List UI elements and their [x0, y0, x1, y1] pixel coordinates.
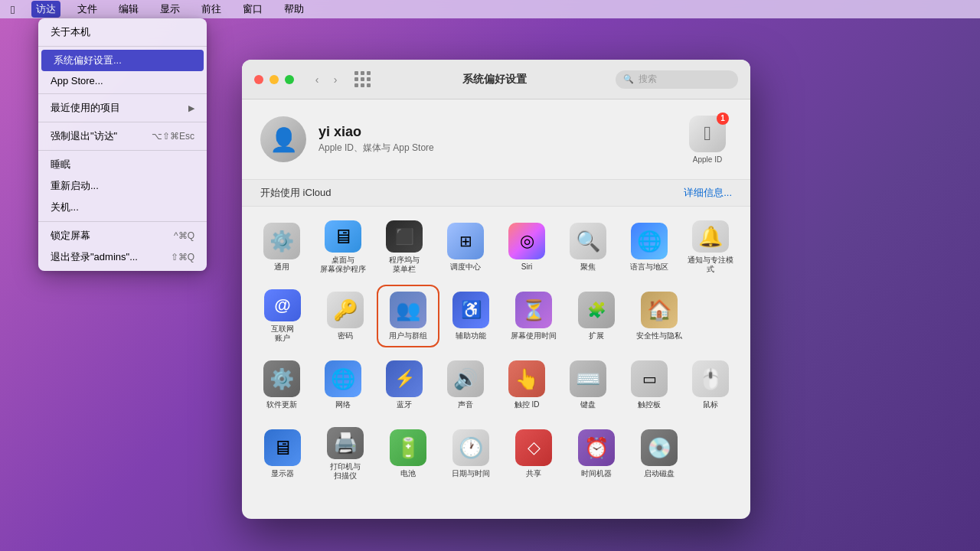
traffic-lights	[254, 75, 294, 84]
pref-icon-softwareupdate[interactable]: ⚙️ 软件更新	[251, 354, 312, 416]
back-button[interactable]: ‹	[309, 72, 325, 87]
menu-divider-4	[38, 150, 207, 151]
pref-icon-desktop[interactable]: 🖥 桌面与屏幕保护程序	[312, 216, 374, 279]
screentime-label: 屏幕使用时间	[511, 331, 557, 341]
pref-icon-battery[interactable]: 🔋 电池	[377, 422, 439, 485]
user-section: 👤 yi xiao Apple ID、媒体与 App Store  1 App…	[242, 99, 750, 179]
menubar-item-window[interactable]: 窗口	[238, 1, 267, 18]
badge-count: 1	[717, 112, 729, 125]
spotlight-icon: 🔍	[570, 223, 606, 259]
internet-icon: @	[264, 289, 301, 321]
pref-icon-mission[interactable]: ⊞ 调度中心	[435, 216, 496, 279]
pref-icon-screentime[interactable]: ⏳ 屏幕使用时间	[502, 285, 565, 347]
pref-icon-extension[interactable]: 🧩 扩展	[565, 285, 628, 347]
avatar[interactable]: 👤	[260, 116, 306, 162]
pref-icon-printer[interactable]: 🖨️ 打印机与扫描仪	[314, 422, 377, 485]
search-bar[interactable]: 🔍 搜索	[616, 70, 738, 89]
icloud-details-link[interactable]: 详细信息...	[684, 186, 732, 200]
printer-icon: 🖨️	[327, 427, 364, 459]
display-icon: 🖥	[264, 429, 301, 466]
startup-icon: 💿	[641, 429, 678, 466]
sound-icon: 🔊	[447, 360, 484, 397]
bluetooth-icon: ⚡	[386, 360, 423, 397]
menu-item-restart[interactable]: 重新启动...	[38, 175, 207, 197]
date-label: 日期与时间	[452, 469, 490, 478]
menu-item-sleep[interactable]: 睡眠	[38, 154, 207, 175]
icons-row-4: 🖥 显示器 🖨️ 打印机与扫描仪 🔋 电池 🕐 日期与时间 ◇ 共享 ⏰ 时	[251, 422, 741, 485]
menu-item-about[interactable]: 关于本机	[38, 21, 207, 43]
icons-row-3: ⚙️ 软件更新 🌐 网络 ⚡ 蓝牙 🔊 声音 👆 触控 ID ⌨️ 键盘	[251, 354, 741, 416]
forward-button[interactable]: ›	[328, 72, 343, 87]
trackpad-label: 触控板	[638, 400, 661, 409]
icloud-text: 开始使用 iCloud	[260, 186, 331, 200]
nav-arrows: ‹ ›	[309, 72, 343, 87]
menu-item-recent[interactable]: 最近使用的项目 ▶	[38, 97, 207, 119]
pref-icon-internet[interactable]: @ 互联网账户	[251, 285, 314, 347]
timemachine-icon: ⏰	[578, 429, 615, 466]
general-icon: ⚙️	[263, 223, 300, 259]
notif-label: 通知与专注模式	[684, 256, 737, 274]
accessibility-icon: ♿	[452, 292, 489, 328]
pref-icon-network[interactable]: 🌐 网络	[312, 354, 374, 416]
pref-icon-accessibility[interactable]: ♿ 辅助功能	[439, 285, 502, 347]
battery-icon: 🔋	[390, 429, 426, 466]
apple-id-label: Apple ID	[693, 155, 722, 164]
users-icon: 👥	[390, 292, 426, 328]
pref-icon-trackpad[interactable]: ▭ 触控板	[619, 354, 680, 416]
pref-icon-language[interactable]: 🌐 语言与地区	[619, 216, 680, 279]
pref-icon-users[interactable]: 👥 用户与群组	[377, 285, 439, 347]
menu-item-sysprefs[interactable]: 系统偏好设置...	[41, 50, 204, 71]
system-preferences-window: ‹ › 系统偏好设置 🔍 搜索 👤 yi xiao Apple ID、媒体与 A…	[242, 60, 750, 519]
icons-grid: ⚙️ 通用 🖥 桌面与屏幕保护程序 ⬛ 程序坞与菜单栏 ⊞ 调度中心 ◎ Sir…	[242, 207, 750, 513]
menu-item-lock[interactable]: 锁定屏幕 ^⌘Q	[38, 225, 207, 246]
menu-item-logout[interactable]: 退出登录"admins"... ⇧⌘Q	[38, 246, 207, 268]
window-title: 系统偏好设置	[383, 73, 606, 86]
menubar-item-edit[interactable]: 编辑	[114, 1, 143, 18]
close-button[interactable]	[254, 75, 263, 84]
pref-icon-dock[interactable]: ⬛ 程序坞与菜单栏	[374, 216, 435, 279]
pref-icon-date[interactable]: 🕐 日期与时间	[439, 422, 502, 485]
minimize-button[interactable]	[270, 75, 279, 84]
pref-icon-notif[interactable]: 🔔 通知与专注模式	[680, 216, 741, 279]
menubar-item-file[interactable]: 文件	[73, 1, 102, 18]
menubar-item-go[interactable]: 前往	[197, 1, 226, 18]
pref-icon-siri[interactable]: ◎ Siri	[496, 216, 557, 279]
printer-label: 打印机与扫描仪	[330, 462, 361, 481]
pref-icon-spotlight[interactable]: 🔍 聚焦	[557, 216, 619, 279]
pref-icon-timemachine[interactable]: ⏰ 时间机器	[565, 422, 628, 485]
menu-item-force-quit[interactable]: 强制退出"访达" ⌥⇧⌘Esc	[38, 126, 207, 147]
pref-icon-sound[interactable]: 🔊 声音	[435, 354, 496, 416]
menu-item-appstore[interactable]: App Store...	[38, 71, 207, 90]
general-label: 通用	[274, 262, 289, 272]
apple-menu[interactable]: 	[6, 2, 19, 18]
menu-item-shutdown[interactable]: 关机...	[38, 197, 207, 218]
pref-icon-password[interactable]: 🔑 密码	[314, 285, 377, 347]
network-icon: 🌐	[325, 360, 361, 397]
password-label: 密码	[338, 331, 353, 341]
menubar-item-help[interactable]: 帮助	[279, 1, 309, 18]
notif-icon: 🔔	[692, 220, 729, 253]
battery-label: 电池	[400, 469, 416, 478]
mouse-label: 鼠标	[703, 400, 718, 409]
security-label: 安全性与隐私	[636, 331, 682, 341]
users-label: 用户与群组	[389, 331, 427, 341]
pref-icon-keyboard[interactable]: ⌨️ 键盘	[557, 354, 619, 416]
menu-divider-1	[38, 46, 207, 47]
pref-icon-startup[interactable]: 💿 启动磁盘	[628, 422, 691, 485]
menubar-item-view[interactable]: 显示	[155, 1, 185, 18]
pref-icon-bluetooth[interactable]: ⚡ 蓝牙	[374, 354, 435, 416]
sharing-icon: ◇	[515, 429, 552, 466]
maximize-button[interactable]	[285, 75, 294, 84]
apple-id-badge[interactable]:  1 Apple ID	[683, 115, 732, 164]
trackpad-icon: ▭	[631, 360, 668, 397]
mouse-icon: 🖱️	[692, 360, 729, 397]
pref-icon-touchid[interactable]: 👆 触控 ID	[496, 354, 557, 416]
grid-view-button[interactable]	[352, 69, 374, 90]
search-placeholder: 搜索	[639, 73, 657, 86]
pref-icon-general[interactable]: ⚙️ 通用	[251, 216, 312, 279]
pref-icon-security[interactable]: 🏠 安全性与隐私	[628, 285, 691, 347]
pref-icon-sharing[interactable]: ◇ 共享	[502, 422, 565, 485]
pref-icon-display[interactable]: 🖥 显示器	[251, 422, 314, 485]
pref-icon-mouse[interactable]: 🖱️ 鼠标	[680, 354, 741, 416]
menubar-item-finder[interactable]: 访达	[31, 1, 60, 18]
